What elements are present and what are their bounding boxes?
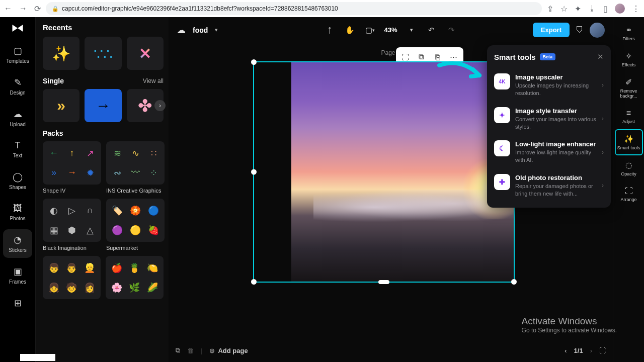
pack-card[interactable]: 👦👨👱 👧🧒👩: [43, 256, 101, 299]
prev-page-button[interactable]: ‹: [565, 347, 567, 354]
pack-card[interactable]: 🏷️🏵️🔵 🟣🟡🍓: [106, 199, 165, 242]
page-indicator: 1/1: [574, 347, 583, 354]
star-icon[interactable]: ☆: [560, 4, 568, 14]
redo-button[interactable]: ↷: [446, 24, 458, 36]
adjust-icon: ≡: [626, 109, 631, 118]
pack-card[interactable]: 🍎🍍🍋 🌸🌿🌽: [106, 256, 164, 299]
beta-badge: Beta: [540, 53, 556, 60]
pack-card[interactable]: ←↑↗ »→✹: [43, 141, 101, 185]
pack-label: INS Creative Graphics: [106, 188, 165, 194]
text-icon: T: [15, 140, 21, 151]
pack-label: Shape IV: [43, 188, 101, 194]
stickers-panel: Recents ✨ ∵∴ ✕ SingleView all » → ✤ › Pa…: [36, 17, 169, 362]
single-thumb[interactable]: »: [43, 89, 79, 122]
chevron-down-icon[interactable]: ▾: [215, 27, 218, 33]
document-name[interactable]: food: [193, 26, 208, 34]
smart-tool-lowlight[interactable]: ☾ Low-light image enhancerImprove low-li…: [494, 135, 609, 169]
forward-icon[interactable]: →: [19, 4, 27, 13]
view-all-link[interactable]: View all: [143, 77, 164, 84]
pack-label: Black Imagination: [43, 245, 101, 251]
url-text: capcut.com/editor-graphic/e94e9602396f4e…: [62, 5, 338, 12]
frames-icon: ▣: [14, 266, 22, 277]
zoom-level[interactable]: 43%: [384, 26, 397, 34]
chevron-right-icon: ›: [602, 182, 604, 189]
recent-thumb[interactable]: ✕: [127, 37, 164, 70]
smart-tools-title: Smart tools: [494, 53, 536, 61]
left-rail: ▢Templates ✎Design ☁Upload TText ◯Shapes…: [0, 17, 36, 362]
smart-tool-upscaler[interactable]: 4K Image upscalerUpscale images by incre…: [494, 68, 609, 102]
menu-icon[interactable]: ⋮: [632, 4, 640, 14]
rail-more[interactable]: ⊞: [0, 293, 36, 314]
browser-chrome: ← → ⟳ 🔒 capcut.com/editor-graphic/e94e96…: [0, 0, 644, 17]
eraser-icon: ✐: [625, 77, 632, 87]
user-avatar[interactable]: [590, 23, 605, 38]
next-page-button[interactable]: ›: [590, 347, 592, 354]
back-icon[interactable]: ←: [4, 4, 12, 13]
recent-thumb[interactable]: ✨: [43, 37, 79, 70]
smart-tools-panel: Smart tools Beta ✕ 4K Image upscalerUpsc…: [487, 45, 611, 208]
rail-opacity[interactable]: ◌Opacity: [616, 156, 642, 180]
rail-photos[interactable]: 🖼Photos: [0, 198, 36, 226]
upload-icon: ☁: [13, 109, 22, 120]
rail-adjust[interactable]: ≡Adjust: [616, 105, 642, 128]
wand-icon: ✨: [624, 134, 634, 144]
export-button[interactable]: Export: [533, 23, 570, 37]
rail-text[interactable]: TText: [0, 135, 36, 163]
close-icon[interactable]: ✕: [597, 52, 604, 61]
lock-icon: 🔒: [52, 6, 59, 12]
rail-smart-tools[interactable]: ✨Smart tools: [616, 130, 642, 154]
smart-tool-style-transfer[interactable]: ✦ Image style transferConvert your image…: [494, 102, 609, 136]
rail-arrange[interactable]: ⛶Arrange: [616, 183, 642, 206]
profile-avatar[interactable]: [615, 4, 625, 14]
smart-tool-restoration[interactable]: ✚ Old photo restorationRepair your damag…: [494, 169, 609, 203]
rail-filters[interactable]: ⚭Filters: [616, 21, 642, 45]
single-thumb[interactable]: →: [85, 89, 121, 122]
templates-icon: ▢: [14, 45, 22, 56]
add-page-icon: ⊕: [209, 347, 215, 354]
url-bar[interactable]: 🔒 capcut.com/editor-graphic/e94e9602396f…: [46, 2, 542, 15]
stickers-icon: ◔: [14, 234, 22, 245]
zoom-chevron-icon[interactable]: ▾: [406, 24, 418, 36]
effects-icon: ✧: [625, 51, 632, 61]
undo-button[interactable]: ↶: [426, 24, 438, 36]
add-page-button[interactable]: ⊕ Add page: [209, 347, 248, 354]
panel-icon[interactable]: ▯: [603, 4, 608, 14]
hand-tool[interactable]: ✋: [344, 24, 356, 36]
pack-card[interactable]: ≋∿∷ ∾〰⁘: [106, 141, 165, 185]
rail-upload[interactable]: ☁Upload: [0, 104, 36, 132]
canvas-image[interactable]: [291, 62, 514, 282]
artboard-tool[interactable]: ▢▾: [364, 24, 376, 36]
reload-icon[interactable]: ⟳: [34, 4, 41, 14]
upscaler-icon: 4K: [494, 73, 510, 89]
bottom-bar: ⧉ 🗑 | ⊕ Add page ‹ 1/1 › ⛶: [169, 339, 613, 362]
taskbar-hint: [20, 354, 55, 361]
right-rail: ⚭Filters ✧Effects ✐Remove backgr... ≡Adj…: [613, 17, 644, 362]
cursor-tool[interactable]: ⭡: [324, 24, 336, 36]
design-icon: ✎: [14, 77, 22, 88]
layers-icon[interactable]: ⧉: [176, 346, 180, 354]
cloud-icon[interactable]: ☁: [177, 25, 186, 36]
rail-remove-bg[interactable]: ✐Remove backgr...: [616, 73, 642, 103]
recent-thumb[interactable]: ∵∴: [85, 37, 121, 70]
rail-design[interactable]: ✎Design: [0, 72, 36, 101]
rail-shapes[interactable]: ◯Shapes: [0, 166, 36, 195]
shield-icon[interactable]: ⛉: [576, 26, 584, 35]
photos-icon: 🖼: [13, 203, 22, 214]
scroll-right-icon[interactable]: ›: [154, 100, 166, 111]
pack-label: Supermarket: [106, 245, 165, 251]
selection-frame[interactable]: [253, 61, 515, 283]
rail-frames[interactable]: ▣Frames: [0, 261, 36, 290]
trash-icon[interactable]: 🗑: [187, 347, 194, 354]
rail-stickers[interactable]: ◔Stickers: [3, 229, 32, 258]
extensions-icon[interactable]: ✦: [575, 4, 581, 14]
grid-icon: ⊞: [14, 298, 22, 309]
pack-card[interactable]: ◐▷∩ ▦⬢△: [43, 199, 101, 242]
packs-heading: Packs: [43, 129, 63, 137]
chevron-right-icon: ›: [602, 115, 604, 122]
download-icon[interactable]: ⭳: [588, 4, 596, 13]
fullscreen-icon[interactable]: ⛶: [599, 347, 606, 354]
restoration-icon: ✚: [494, 174, 510, 190]
rail-effects[interactable]: ✧Effects: [616, 47, 642, 71]
rail-templates[interactable]: ▢Templates: [0, 40, 36, 69]
share-icon[interactable]: ⇪: [547, 4, 553, 14]
